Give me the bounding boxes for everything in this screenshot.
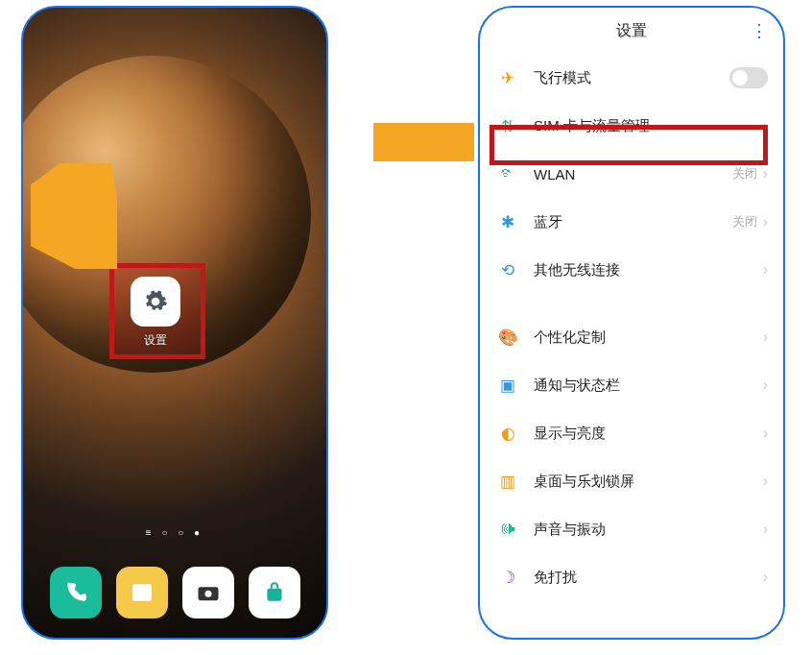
pointer-arrow-to-app (31, 163, 117, 269)
row-icon: ⟲ (495, 260, 520, 280)
row-icon: ✱ (495, 212, 520, 232)
phone-settings-screen: 设置 ⋮ ✈飞行模式⇅SIM 卡与流量管理›ᯤWLAN关闭›✱蓝牙关闭›⟲其他无… (478, 6, 785, 640)
chevron-right-icon: › (763, 165, 768, 182)
settings-row-通知与状态栏[interactable]: ▣通知与状态栏› (488, 361, 776, 409)
dock-camera-icon[interactable] (182, 567, 234, 619)
chevron-right-icon: › (763, 261, 768, 279)
more-icon[interactable]: ⋮ (751, 8, 768, 54)
dock-phone-icon[interactable] (50, 567, 102, 619)
settings-row-个性化定制[interactable]: 🎨个性化定制› (488, 313, 776, 361)
settings-row-蓝牙[interactable]: ✱蓝牙关闭› (488, 198, 776, 246)
page-indicator: ≡ ○ ○ ● (23, 527, 326, 538)
row-label: 飞行模式 (534, 69, 729, 87)
row-label: 声音与振动 (534, 521, 763, 539)
phone-icon (63, 580, 88, 605)
chevron-right-icon: › (763, 425, 768, 442)
dock-store-icon[interactable] (249, 567, 300, 619)
row-icon: ◐ (495, 424, 520, 444)
row-icon: ᯤ (495, 164, 520, 183)
row-label: 蓝牙 (534, 213, 732, 231)
row-icon: ▣ (495, 376, 520, 396)
chevron-right-icon: › (763, 213, 768, 230)
chevron-right-icon: › (763, 328, 768, 346)
chevron-right-icon: › (763, 473, 768, 490)
svg-rect-3 (267, 589, 281, 601)
svg-line-4 (45, 178, 98, 250)
chevron-right-icon: › (763, 376, 768, 394)
settings-title: 设置 (616, 22, 647, 38)
row-icon: 🕪 (495, 520, 520, 539)
phone-home-screen: 设置 ≡ ○ ○ ● (21, 6, 328, 640)
chevron-right-icon: › (763, 521, 768, 538)
app-label-settings: 设置 (127, 332, 184, 349)
row-label: 免打扰 (534, 569, 763, 587)
message-icon (128, 578, 156, 607)
row-value: 关闭 (732, 165, 757, 182)
row-icon: ☽ (495, 568, 520, 588)
flow-arrow (369, 123, 474, 161)
row-icon: ▥ (495, 472, 520, 492)
toggle[interactable] (729, 67, 768, 88)
highlight-sim-row (490, 125, 768, 165)
row-label: 个性化定制 (534, 328, 763, 347)
settings-header: 设置 ⋮ (480, 8, 783, 54)
row-label: 显示与亮度 (534, 425, 763, 443)
row-label: 桌面与乐划锁屏 (534, 473, 763, 491)
dock-messages-icon[interactable] (116, 567, 168, 619)
settings-row-飞行模式[interactable]: ✈飞行模式 (488, 54, 776, 102)
row-icon: 🎨 (495, 328, 520, 348)
settings-row-其他无线连接[interactable]: ⟲其他无线连接› (488, 246, 776, 294)
row-value: 关闭 (732, 213, 757, 230)
dock (23, 567, 326, 619)
bag-icon (262, 580, 287, 605)
chevron-right-icon: › (763, 569, 768, 586)
row-label: 通知与状态栏 (534, 376, 763, 395)
gear-icon (143, 289, 168, 314)
settings-row-显示与亮度[interactable]: ◐显示与亮度› (488, 409, 776, 457)
camera-icon (195, 579, 222, 606)
settings-row-声音与振动[interactable]: 🕪声音与振动› (488, 505, 776, 553)
app-icon-settings[interactable]: 设置 (127, 277, 184, 349)
svg-rect-0 (132, 584, 152, 601)
row-label: WLAN (534, 166, 732, 182)
row-label: 其他无线连接 (534, 261, 763, 279)
svg-point-2 (204, 591, 211, 597)
row-icon: ✈ (495, 68, 520, 88)
settings-row-桌面与乐划锁屏[interactable]: ▥桌面与乐划锁屏› (488, 457, 776, 505)
settings-row-免打扰[interactable]: ☽免打扰› (488, 553, 776, 601)
